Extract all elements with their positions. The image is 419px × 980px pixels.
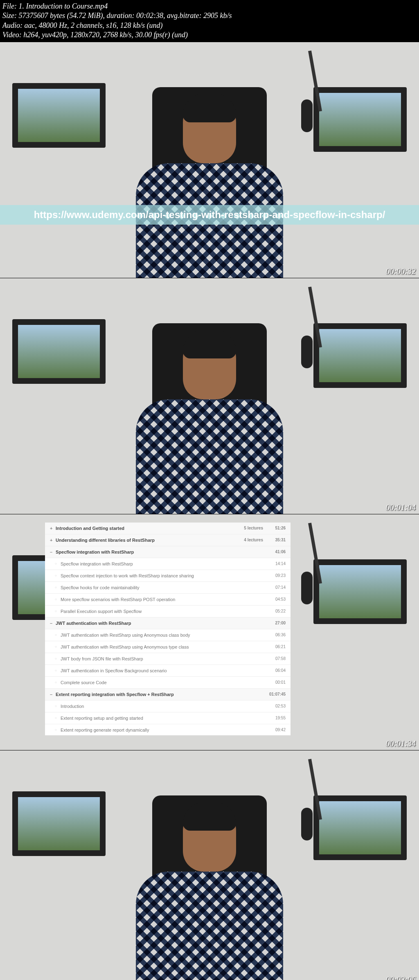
monitor-right: [313, 559, 407, 624]
lecture-duration: 07:58: [263, 656, 286, 661]
lecture-title: Parallel Execution support with Specflow: [61, 609, 263, 614]
microphone: [292, 50, 325, 132]
video-frame-1: https://www.udemy.com/api-testing-with-r…: [0, 42, 419, 278]
lecture-duration: 07:14: [263, 585, 286, 590]
monitor-left: [12, 791, 106, 856]
section-duration: 51:26: [263, 526, 286, 530]
section-title: Specflow integration with RestSharp: [56, 550, 234, 554]
section-header[interactable]: +Introduction and Getting started5 lectu…: [45, 523, 291, 534]
file-info-file: File: 1. Introduction to Course.mp4: [2, 2, 417, 11]
microphone: [292, 286, 325, 368]
file-info-block: File: 1. Introduction to Course.mp4 Size…: [0, 0, 419, 42]
section-duration: 27:00: [263, 621, 286, 625]
file-info-audio: Audio: aac, 48000 Hz, 2 channels, s16, 1…: [2, 21, 417, 30]
lecture-duration: 09:42: [263, 728, 286, 732]
monitor-left: [12, 319, 106, 384]
lecture-item[interactable]: ○Extent reporting setup and getting star…: [45, 712, 291, 724]
monitor-right: [313, 323, 407, 388]
lecture-title: More specflow scenarios with RestSharp P…: [61, 597, 263, 602]
timestamp: 00:01:34: [386, 739, 416, 748]
section-header[interactable]: –JWT authentication with RestSharp27:00: [45, 617, 291, 629]
curriculum-panel: +Introduction and Getting started5 lectu…: [45, 523, 291, 735]
lecture-item[interactable]: ○Introduction02:53: [45, 701, 291, 712]
section-header[interactable]: –Specflow integration with RestSharp41:0…: [45, 546, 291, 558]
lecture-duration: 00:01: [263, 680, 286, 685]
section-header[interactable]: +Understanding different libraries of Re…: [45, 534, 291, 546]
lecture-duration: 14:14: [263, 561, 286, 566]
expand-icon: +: [50, 538, 56, 543]
play-icon: ○: [55, 704, 61, 708]
lecture-item[interactable]: ○Parallel Execution support with Specflo…: [45, 606, 291, 617]
monitor-right: [313, 795, 407, 860]
lecture-item[interactable]: ○JWT authentication with RestSharp using…: [45, 629, 291, 641]
play-icon: ○: [55, 680, 61, 684]
video-frame-2: 00:01:04: [0, 278, 419, 514]
microphone: [292, 523, 325, 604]
lecture-title: Complete source Code: [61, 680, 263, 685]
lecture-title: JWT authentication in Specflow Backgroun…: [61, 668, 263, 673]
play-icon: ○: [55, 574, 61, 577]
play-icon: ○: [55, 586, 61, 589]
lecture-item[interactable]: ○JWT authentication with RestSharp using…: [45, 641, 291, 653]
timestamp: 00:00:32: [386, 267, 416, 276]
lecture-duration: 04:53: [263, 597, 286, 602]
lecture-duration: 02:53: [263, 704, 286, 708]
lecture-item[interactable]: ○JWT authentication in Specflow Backgrou…: [45, 665, 291, 677]
section-title: Understanding different libraries of Res…: [56, 538, 234, 543]
play-icon: ○: [55, 669, 61, 672]
file-info-size: Size: 57375607 bytes (54.72 MiB), durati…: [2, 11, 417, 20]
expand-icon: +: [50, 526, 56, 531]
lecture-item[interactable]: ○Specflow context injection to work with…: [45, 570, 291, 582]
lecture-title: Extent reporting setup and getting start…: [61, 716, 263, 721]
lecture-item[interactable]: ○More specflow scenarios with RestSharp …: [45, 594, 291, 606]
monitor-right: [313, 87, 407, 152]
section-duration: 35:31: [263, 538, 286, 542]
play-icon: ○: [55, 716, 61, 720]
play-icon: ○: [55, 633, 61, 637]
lecture-duration: 06:21: [263, 644, 286, 649]
timestamp: 00:02:06: [386, 975, 416, 980]
lecture-title: JWT body from JSON file with RestSharp: [61, 656, 263, 661]
video-frame-4: 00:02:06: [0, 750, 419, 980]
lecture-title: Specflow context injection to work with …: [61, 573, 263, 578]
lecture-title: Extent reporting generate report dynamic…: [61, 728, 263, 732]
section-duration: 41:06: [263, 550, 286, 554]
lecture-title: Specflow integration with RestSharp: [61, 561, 263, 566]
microphone: [292, 759, 325, 840]
file-info-video: Video: h264, yuv420p, 1280x720, 2768 kb/…: [2, 30, 417, 40]
lecture-item[interactable]: ○Extent reporting generate report dynami…: [45, 724, 291, 735]
lecture-item[interactable]: ○JWT body from JSON file with RestSharp0…: [45, 653, 291, 665]
play-icon: ○: [55, 597, 61, 601]
play-icon: ○: [55, 645, 61, 649]
section-title: Introduction and Getting started: [56, 526, 234, 531]
expand-icon: –: [50, 621, 56, 626]
lecture-duration: 06:36: [263, 633, 286, 637]
lecture-duration: 05:22: [263, 609, 286, 613]
play-icon: ○: [55, 728, 61, 732]
presenter: [124, 790, 295, 980]
timestamp: 00:01:04: [386, 503, 416, 512]
section-title: JWT authentication with RestSharp: [56, 621, 234, 626]
lecture-title: Specflow hooks for code maintainability: [61, 585, 263, 590]
lecture-duration: 19:55: [263, 716, 286, 720]
expand-icon: –: [50, 550, 56, 554]
lecture-item[interactable]: ○Complete source Code00:01: [45, 677, 291, 689]
lecture-title: JWT authentication with RestSharp using …: [61, 633, 263, 638]
video-frame-3: +Introduction and Getting started5 lectu…: [0, 514, 419, 750]
lecture-title: JWT authentication with RestSharp using …: [61, 644, 263, 649]
lecture-count: 4 lectures: [234, 538, 263, 542]
lecture-item[interactable]: ○Specflow integration with RestSharp14:1…: [45, 558, 291, 570]
expand-icon: –: [50, 692, 56, 697]
lecture-count: 5 lectures: [234, 526, 263, 530]
url-banner: https://www.udemy.com/api-testing-with-r…: [0, 205, 419, 225]
play-icon: ○: [55, 562, 61, 565]
section-title: Extent reporting integration with Specfl…: [56, 692, 234, 697]
monitor-left: [12, 83, 106, 148]
section-duration: 01:07:45: [263, 692, 286, 696]
presenter: [124, 81, 295, 278]
play-icon: ○: [55, 609, 61, 613]
lecture-duration: 06:04: [263, 668, 286, 673]
section-header[interactable]: –Extent reporting integration with Specf…: [45, 689, 291, 701]
lecture-item[interactable]: ○Specflow hooks for code maintainability…: [45, 582, 291, 594]
lecture-title: Introduction: [61, 704, 263, 709]
